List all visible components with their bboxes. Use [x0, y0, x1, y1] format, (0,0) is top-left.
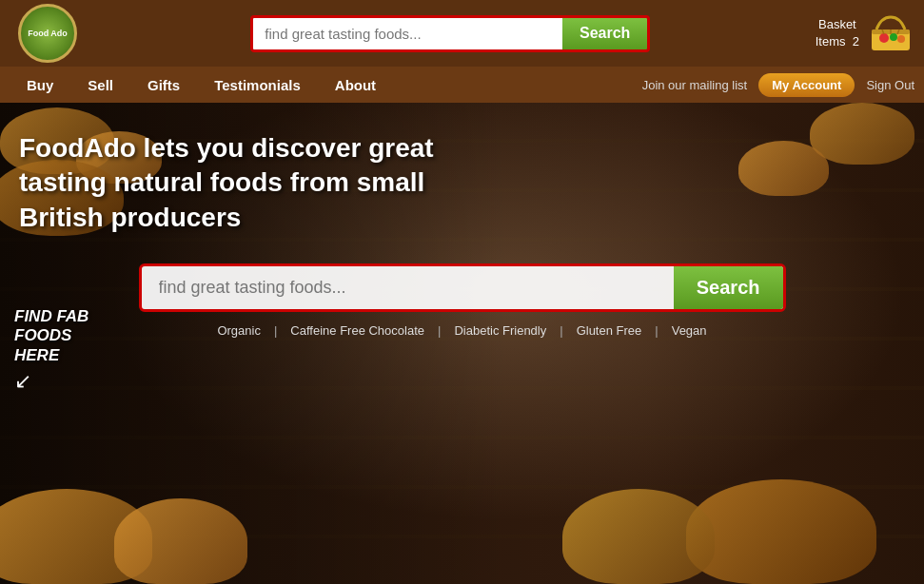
- svg-point-3: [890, 33, 897, 41]
- basket-area[interactable]: Basket Items 2: [816, 12, 914, 55]
- sep-4: |: [653, 323, 659, 338]
- sep-2: |: [436, 323, 442, 338]
- bread-deco-7: [114, 498, 247, 584]
- sep-1: |: [272, 323, 279, 338]
- mid-search-wrapper: Search: [19, 263, 905, 312]
- mid-search-button[interactable]: Search: [674, 266, 783, 309]
- nav-right: Join our mailing list My Account Sign Ou…: [642, 73, 914, 97]
- quick-link-vegan[interactable]: Vegan: [660, 323, 718, 338]
- hero-section: FIND FABFOODS HERE ↙ FoodAdo lets you di…: [0, 103, 924, 584]
- top-search-input[interactable]: [253, 18, 562, 49]
- nav-item-gifts[interactable]: Gifts: [130, 67, 197, 103]
- quick-link-gluten-free[interactable]: Gluten Free: [565, 323, 654, 338]
- nav-links: Buy Sell Gifts Testimonials About: [10, 67, 393, 103]
- logo-area[interactable]: Food Ado: [10, 4, 86, 63]
- top-search-wrapper: Search: [250, 15, 650, 52]
- basket-info: Basket Items 2: [816, 16, 859, 50]
- find-fab-text: FIND FABFOODS HERE: [14, 307, 119, 365]
- quick-links: Organic | Caffeine Free Chocolate | Diab…: [19, 323, 905, 338]
- hero-title: FoodAdo lets you discover great tasting …: [19, 131, 514, 235]
- basket-count: Items 2: [816, 33, 859, 50]
- sign-out-link[interactable]: Sign Out: [866, 78, 914, 92]
- quick-link-caffeine-free[interactable]: Caffeine Free Chocolate: [279, 323, 436, 338]
- find-fab-badge: FIND FABFOODS HERE ↙: [14, 307, 119, 394]
- basket-label: Basket: [816, 16, 859, 33]
- bread-deco-9: [562, 489, 715, 584]
- mid-search-box: Search: [139, 263, 786, 312]
- find-fab-arrow: ↙: [14, 369, 119, 394]
- nav-bar: Buy Sell Gifts Testimonials About Join o…: [0, 67, 924, 103]
- top-search-bar: Search: [105, 15, 796, 52]
- mid-search-input[interactable]: [142, 266, 674, 309]
- sep-3: |: [558, 323, 564, 338]
- quick-link-diabetic[interactable]: Diabetic Friendly: [442, 323, 558, 338]
- mailing-link[interactable]: Join our mailing list: [642, 78, 748, 92]
- hero-content: FoodAdo lets you discover great tasting …: [0, 103, 924, 338]
- basket-icon: [867, 12, 914, 55]
- svg-point-2: [879, 33, 889, 43]
- quick-link-organic[interactable]: Organic: [206, 323, 272, 338]
- top-search-button[interactable]: Search: [562, 18, 647, 49]
- nav-item-buy[interactable]: Buy: [10, 67, 70, 103]
- svg-point-4: [897, 35, 905, 43]
- nav-item-sell[interactable]: Sell: [70, 67, 130, 103]
- nav-item-about[interactable]: About: [318, 67, 393, 103]
- my-account-button[interactable]: My Account: [758, 73, 855, 97]
- nav-item-testimonials[interactable]: Testimonials: [197, 67, 318, 103]
- logo: Food Ado: [18, 4, 77, 63]
- top-bar: Food Ado Search Basket Items 2: [0, 0, 924, 67]
- bread-deco-8: [686, 479, 876, 584]
